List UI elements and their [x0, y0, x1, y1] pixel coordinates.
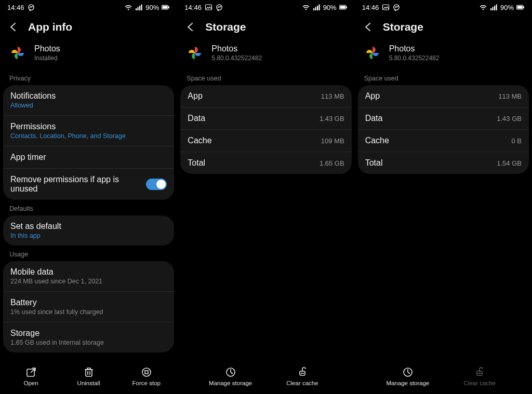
row-title: Mobile data — [10, 267, 102, 277]
row-title: Storage — [10, 329, 104, 338]
app-name: Photos — [389, 44, 440, 53]
clear-cache-button: Clear cache — [459, 366, 500, 386]
section-space-used: Space used — [177, 70, 354, 85]
row-title: Battery — [10, 298, 103, 307]
clear-cache-icon — [297, 366, 308, 378]
row-total: Total 1.54 GB — [358, 152, 529, 174]
signal-icon — [313, 4, 321, 11]
row-notifications[interactable]: Notifications Allowed — [3, 85, 174, 115]
section-privacy: Privacy — [0, 70, 177, 85]
row-app: App 113 MB — [358, 85, 529, 107]
row-title: Total — [188, 158, 205, 168]
wifi-icon — [124, 4, 132, 11]
open-icon — [25, 366, 37, 378]
signal-icon — [490, 4, 498, 11]
manage-storage-icon — [225, 366, 236, 378]
clear-cache-button[interactable]: Clear cache — [282, 366, 323, 386]
row-value: 0 B — [511, 137, 522, 145]
manage-storage-button[interactable]: Manage storage — [209, 366, 252, 386]
row-value: 1.43 GB — [497, 115, 522, 123]
row-title: Cache — [188, 136, 211, 145]
picture-icon — [205, 4, 212, 11]
row-battery[interactable]: Battery 1% used since last fully charged — [3, 291, 174, 322]
uninstall-label: Uninstall — [77, 380, 100, 386]
row-title: Cache — [365, 136, 389, 145]
row-title: Notifications — [10, 91, 56, 101]
wifi-icon — [302, 4, 310, 11]
row-title: Total — [365, 158, 383, 168]
manage-storage-icon — [402, 366, 414, 378]
row-title: Remove permissions if app is unused — [10, 175, 146, 194]
row-value: 1.54 GB — [497, 159, 522, 167]
row-data: Data 1.43 GB — [180, 107, 351, 129]
uninstall-button[interactable]: Uninstall — [68, 366, 110, 386]
row-sub: In this app — [10, 232, 61, 239]
photos-app-icon — [363, 44, 382, 62]
row-title: App timer — [10, 153, 46, 162]
clear-cache-icon — [474, 366, 485, 378]
remove-permissions-toggle[interactable] — [146, 179, 167, 190]
status-time: 14:46 — [7, 4, 24, 11]
section-usage: Usage — [0, 246, 177, 261]
clear-cache-label: Clear cache — [464, 380, 496, 386]
status-time: 14:46 — [362, 4, 379, 11]
row-cache: Cache 109 MB — [180, 129, 351, 152]
back-button[interactable] — [363, 22, 374, 32]
row-title: Permissions — [10, 122, 126, 131]
row-sub: Contacts, Location, Phone, and Storage — [10, 132, 126, 140]
open-button[interactable]: Open — [10, 366, 52, 386]
row-title: Data — [365, 114, 383, 123]
force-stop-button[interactable]: Force stop — [126, 366, 167, 386]
row-app-timer[interactable]: App timer — [3, 146, 174, 168]
row-mobile-data[interactable]: Mobile data 224 MB used since Dec 1, 202… — [3, 261, 174, 291]
header: App info — [0, 15, 177, 42]
app-header: Photos 5.80.0.432522482 — [355, 42, 532, 70]
row-title: App — [188, 91, 202, 101]
status-battery-pct: 90% — [323, 4, 337, 11]
battery-icon — [162, 4, 170, 10]
manage-storage-label: Manage storage — [386, 380, 429, 386]
row-total: Total 1.65 GB — [180, 152, 351, 174]
manage-storage-label: Manage storage — [209, 380, 252, 386]
app-version: 5.80.0.432522482 — [389, 55, 440, 62]
page-title: Storage — [205, 21, 246, 33]
row-permissions[interactable]: Permissions Contacts, Location, Phone, a… — [3, 115, 174, 146]
row-value: 113 MB — [321, 92, 344, 100]
back-button[interactable] — [185, 22, 196, 32]
screen-app-info: 14:46 90% App info Photos Installed Priv… — [0, 0, 177, 394]
status-time: 14:46 — [184, 4, 202, 11]
row-sub: Allowed — [10, 102, 56, 109]
back-button[interactable] — [8, 22, 19, 32]
section-space-used: Space used — [355, 70, 532, 85]
row-app: App 113 MB — [180, 85, 351, 107]
row-sub: 224 MB used since Dec 1, 2021 — [10, 278, 102, 285]
row-value: 113 MB — [498, 92, 522, 100]
row-remove-permissions[interactable]: Remove permissions if app is unused — [3, 168, 174, 200]
row-value: 1.65 GB — [320, 159, 344, 167]
row-set-default[interactable]: Set as default In this app — [3, 215, 174, 246]
photos-app-icon — [8, 44, 27, 62]
row-storage[interactable]: Storage 1.65 GB used in Internal storage — [3, 322, 174, 352]
screen-storage-after: 14:46 90% Storage Photos 5.80.0.43252248… — [355, 0, 532, 394]
app-name: Photos — [211, 44, 262, 53]
row-value: 109 MB — [321, 137, 344, 145]
section-defaults: Defaults — [0, 200, 177, 215]
app-header: Photos Installed — [0, 42, 177, 70]
picture-icon — [382, 4, 390, 11]
row-title: Set as default — [10, 222, 61, 231]
bottom-bar: Manage storage Clear cache — [177, 361, 354, 394]
wifi-icon — [479, 4, 487, 11]
photos-app-icon — [185, 44, 204, 62]
header: Storage — [355, 15, 532, 42]
row-sub: 1% used since last fully charged — [10, 308, 103, 316]
app-header: Photos 5.80.0.432522482 — [177, 42, 354, 70]
page-title: App info — [28, 21, 72, 33]
status-bar: 14:46 90% — [177, 0, 354, 15]
app-version: 5.80.0.432522482 — [211, 55, 262, 62]
trash-icon — [83, 366, 95, 378]
stop-icon — [141, 366, 152, 378]
header: Storage — [177, 15, 354, 42]
row-title: Data — [188, 114, 205, 123]
bottom-bar: Manage storage Clear cache — [355, 361, 532, 394]
manage-storage-button[interactable]: Manage storage — [386, 366, 429, 386]
